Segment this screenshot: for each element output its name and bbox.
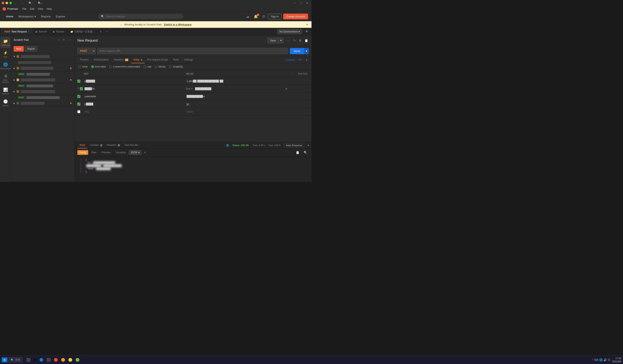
body-type-none[interactable]: none	[78, 65, 88, 68]
sidebar-item-collections[interactable]: 📁 Collections	[0, 37, 11, 48]
maximize-win-button[interactable]: □	[299, 1, 303, 5]
sidebar-item-mock-servers[interactable]: 🖥 Mock Servers	[0, 72, 11, 85]
edit-button[interactable]: ✎	[293, 38, 297, 43]
close-win-button[interactable]: ✕	[305, 1, 310, 5]
create-account-button[interactable]: Create Account	[283, 14, 308, 19]
code-button[interactable]: </>	[297, 57, 304, 63]
tab-close-icon[interactable]: ✕	[28, 31, 30, 33]
more-panel-button[interactable]: ⋯	[67, 38, 72, 42]
row-checkbox-empty[interactable]	[77, 110, 80, 113]
notifications-button[interactable]: 🔔 1	[252, 14, 259, 19]
nav-explore[interactable]: Explore	[53, 14, 68, 19]
signin-button[interactable]: Sign In	[268, 14, 282, 19]
tab-settings[interactable]: Settings	[181, 57, 196, 63]
sidebar-item-monitors[interactable]: 📊 Monitors	[0, 86, 11, 97]
row-checkbox-3[interactable]	[77, 95, 80, 98]
import-button[interactable]: Import	[25, 46, 37, 52]
resp-more-button[interactable]: ≡	[142, 150, 147, 155]
url-input[interactable]	[97, 48, 288, 54]
body-type-raw[interactable]: raw	[143, 65, 151, 68]
tab-folder[interactable]: 📁 10秒能一次客服...	[67, 28, 98, 35]
search-bar[interactable]: 🔍	[98, 14, 183, 19]
row-value-input-2[interactable]	[194, 86, 284, 91]
search-zoom-out[interactable]: 🔍−	[28, 1, 34, 5]
collection-item[interactable]: ▾ ████████████████	[11, 53, 75, 60]
add-collection-button[interactable]: +	[57, 38, 61, 42]
fmt-raw-button[interactable]: Raw	[89, 150, 98, 155]
resp-tab-headers[interactable]: Headers 6	[105, 142, 122, 149]
save-response-button[interactable]: Save Response	[284, 143, 304, 147]
nav-home[interactable]: Home	[3, 14, 16, 19]
nav-workspaces[interactable]: Workspaces ▾	[16, 14, 39, 19]
side-panel-button[interactable]: 📋	[304, 38, 309, 43]
fmt-visualize-button[interactable]: Visualize	[113, 150, 128, 155]
search-zoom-in[interactable]: 🔍+	[37, 1, 44, 5]
search-input[interactable]	[106, 15, 181, 18]
save-main-button[interactable]: Save	[267, 38, 278, 43]
sync-icon-button[interactable]: ☁	[245, 14, 251, 19]
row-key-input-4[interactable]	[84, 102, 186, 107]
list-item[interactable]: POST ████████████████████	[11, 95, 75, 100]
tab-runner-2[interactable]: ▶ Runner	[50, 29, 67, 34]
sidebar-item-environments[interactable]: 🌐 Environments	[0, 61, 11, 71]
tab-authorization[interactable]: Authorization	[91, 57, 111, 63]
menu-edit[interactable]: Edit	[28, 7, 36, 11]
tab-headers[interactable]: Headers 10	[111, 57, 131, 63]
sidebar-item-apis[interactable]: ⚡ APIs	[0, 49, 11, 60]
search-response-button[interactable]: 🔍	[302, 150, 309, 155]
row-type-selector[interactable]: Text ▾	[186, 87, 193, 90]
send-main-button[interactable]: Send	[290, 48, 304, 54]
body-type-binary[interactable]: binary	[155, 65, 166, 68]
tab-tests[interactable]: Tests	[170, 57, 181, 63]
list-item[interactable]: POST ██████████████	[11, 72, 75, 77]
list-item[interactable]: POST ████████████████	[11, 83, 75, 88]
resp-tab-body[interactable]: Body	[77, 142, 87, 149]
method-select[interactable]: POST GET PUT DELETE PATCH	[77, 48, 96, 54]
more-options-button[interactable]: ⋯	[285, 38, 291, 43]
fmt-pretty-button[interactable]: Pretty	[77, 150, 88, 155]
body-type-graphql[interactable]: GraphQL	[169, 65, 183, 68]
nav-reports[interactable]: Reports	[39, 14, 53, 19]
resp-tab-test-results[interactable]: Test Results	[122, 142, 140, 149]
menu-file[interactable]: File	[21, 7, 28, 11]
settings-button[interactable]: ⚙	[261, 14, 267, 19]
banner-close-button[interactable]: ×	[306, 23, 308, 26]
back-button[interactable]: ←	[14, 1, 18, 5]
bulk-edit-button[interactable]: Bulk Edit	[296, 72, 309, 76]
row-value-input-1[interactable]	[186, 79, 288, 84]
collection-item[interactable]: ▸ ██████████████████ ★	[11, 65, 75, 72]
send-dropdown-button[interactable]: ▾	[304, 48, 309, 54]
collection-item[interactable]: ▸ █████████████ ★	[11, 100, 75, 107]
tab-params[interactable]: Params	[77, 57, 91, 63]
banner-link[interactable]: Switch to a Workspace	[164, 23, 191, 26]
maximize-button[interactable]	[9, 2, 12, 4]
row-key-input-3[interactable]	[84, 94, 186, 99]
row-checkbox-2[interactable]	[80, 87, 83, 90]
collection-item[interactable]: ▸ ███████████████████ ★	[11, 77, 75, 83]
tab-pre-request[interactable]: Pre-request Script	[145, 57, 170, 63]
new-button[interactable]: New	[14, 46, 24, 52]
delete-button[interactable]: 🗑	[298, 38, 302, 43]
tab-body[interactable]: Body	[131, 57, 145, 63]
minimize-win-button[interactable]: ─	[292, 1, 297, 5]
close-button[interactable]	[2, 2, 4, 4]
info-button[interactable]: ℹ	[305, 57, 309, 63]
sidebar-item-history[interactable]: 🕒 History	[0, 97, 11, 108]
tab-new-request[interactable]: POST New Request ✕	[2, 29, 33, 34]
save-dropdown-button[interactable]: ▾	[278, 38, 284, 43]
body-type-formdata[interactable]: form-data	[91, 65, 106, 68]
tab-runner-1[interactable]: ▶ Runner	[33, 29, 50, 34]
list-item[interactable]: ████████████████████	[11, 60, 75, 65]
row-checkbox-1[interactable]	[77, 80, 80, 83]
row-value-input-empty[interactable]	[186, 109, 288, 114]
fmt-preview-button[interactable]: Preview	[99, 150, 113, 155]
row-key-input-empty[interactable]	[84, 109, 186, 114]
cookies-link[interactable]: Cookies	[285, 57, 296, 63]
row-key-input-2[interactable]	[84, 86, 186, 91]
format-json-selector[interactable]: JSON ▾	[129, 150, 141, 155]
collection-item[interactable]: ▸ ███████████████████	[11, 88, 75, 95]
resp-tab-cookies[interactable]: Cookies 1	[87, 142, 105, 149]
minimize-button[interactable]	[5, 2, 8, 4]
eye-icon-button[interactable]: 👁	[304, 29, 310, 34]
menu-help[interactable]: Help	[45, 7, 54, 11]
